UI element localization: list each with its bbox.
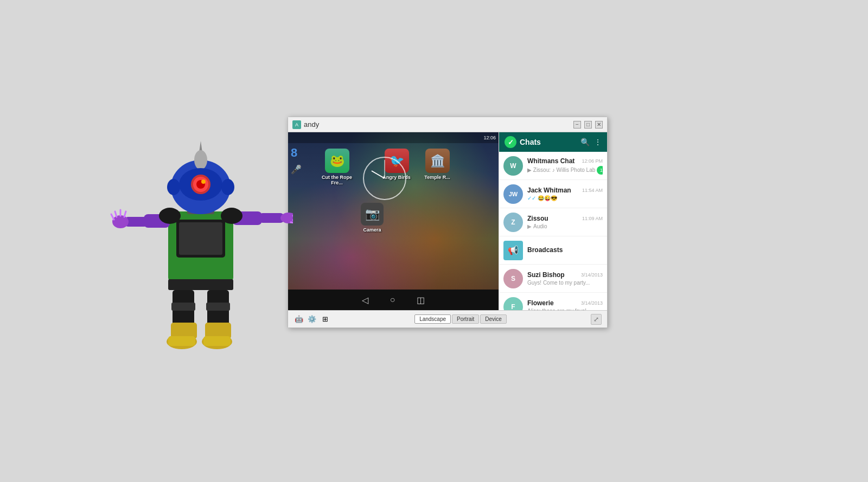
svg-point-17: [112, 215, 129, 228]
clock-widget: [358, 151, 412, 205]
chat-top-suzi: Suzi Bishop 3/14/2013: [527, 271, 603, 279]
svg-rect-37: [203, 336, 231, 346]
app-label-temple-run: Temple R...: [424, 175, 450, 180]
svg-rect-38: [206, 303, 230, 311]
maximize-button[interactable]: □: [584, 121, 592, 128]
app-icon-camera[interactable]: 📷 Camera: [356, 203, 388, 233]
chat-item-broadcasts[interactable]: 📢 Broadcasts: [499, 236, 607, 265]
android-icon-bottom[interactable]: 🤖: [293, 314, 304, 325]
avatar-broadcasts: 📢: [503, 241, 523, 260]
whatsapp-header-icons: 🔍 ⋮: [580, 138, 602, 146]
whatsapp-panel: ✓ Chats 🔍 ⋮ W Whitmans Chat: [499, 132, 607, 310]
chat-item-zissou[interactable]: Z Zissou 11:09 AM ▶ Audio: [499, 208, 607, 236]
chat-top-zissou: Zissou 11:09 AM: [527, 215, 603, 222]
android-screen-inner: 12:06 8 🎤 🐸 Cut the Rope Fr: [288, 132, 499, 310]
chat-top-flowerie: Flowerie 3/14/2013: [527, 299, 603, 307]
clock-face: [363, 157, 406, 200]
svg-line-18: [111, 214, 114, 220]
app-label-camera: Camera: [363, 227, 381, 233]
app-label-cut-rope: Cut the Rope Fre...: [321, 175, 353, 185]
chat-preview-zissou: ▶ Audio: [527, 223, 603, 229]
chat-item-suzi[interactable]: S Suzi Bishop 3/14/2013 Guys! Come to my…: [499, 265, 607, 293]
badge-whitmans: 1: [597, 166, 603, 175]
chat-top-broadcasts: Broadcasts: [527, 246, 603, 254]
chat-content-zissou: Zissou 11:09 AM ▶ Audio: [527, 215, 603, 229]
android-status-bar: 12:06: [288, 132, 499, 143]
svg-line-21: [124, 211, 126, 217]
clock-minute-hand: [385, 160, 385, 178]
chat-time-zissou: 11:09 AM: [582, 216, 603, 221]
svg-line-19: [115, 211, 117, 217]
home-button[interactable]: ○: [390, 295, 395, 305]
android-nav-bar: ◁ ○ ◫: [288, 290, 499, 310]
grid-icon-bottom[interactable]: ⊞: [320, 314, 330, 325]
back-button[interactable]: ◁: [362, 295, 368, 305]
landscape-button[interactable]: Landscape: [414, 314, 451, 324]
title-bar: A andy − □ ✕: [288, 117, 607, 132]
avatar-whitmans: W: [503, 156, 523, 176]
svg-rect-33: [171, 303, 195, 311]
chat-name-flowerie: Flowerie: [527, 299, 554, 307]
search-icon[interactable]: 🔍: [580, 138, 590, 146]
svg-rect-32: [168, 336, 195, 346]
svg-rect-3: [168, 279, 233, 290]
chat-item-jack[interactable]: JW Jack Whitman 11:54 AM ✓✓ 😂😜😎: [499, 180, 607, 208]
emulator-bottom: 🤖 ⚙️ ⊞ Landscape Portrait Device ⤢: [288, 310, 607, 327]
chat-top-jack: Jack Whitman 11:54 AM: [527, 187, 603, 194]
chat-name-zissou: Zissou: [527, 215, 548, 222]
app-icon-cut-rope[interactable]: 🐸 Cut the Rope Fre...: [321, 149, 353, 185]
avatar-suzi: S: [503, 269, 523, 288]
chat-time-jack: 11:54 AM: [582, 188, 603, 193]
avatar-zissou: Z: [503, 213, 523, 232]
bottom-left-icons: 🤖 ⚙️ ⊞: [293, 314, 330, 325]
settings-icon-bottom[interactable]: ⚙️: [307, 314, 317, 325]
chat-content-broadcasts: Broadcasts: [527, 246, 603, 255]
android-desktop: 🐸 Cut the Rope Fre... 🐦 Angry Birds: [288, 143, 499, 288]
chat-item-flowerie[interactable]: F Flowerie 3/14/2013 Alice: those are my…: [499, 293, 607, 310]
whatsapp-title: Chats: [520, 138, 577, 146]
svg-point-14: [221, 179, 234, 195]
emulator-window: A andy − □ ✕ 12:06 8 🎤: [288, 117, 608, 328]
minimize-button[interactable]: −: [573, 121, 581, 128]
robot-figure: [108, 98, 293, 358]
device-button[interactable]: Device: [480, 314, 507, 324]
svg-rect-2: [179, 222, 222, 255]
chat-content-suzi: Suzi Bishop 3/14/2013 Guys! Come to my p…: [527, 271, 603, 286]
title-bar-controls: − □ ✕: [573, 121, 603, 128]
expand-button[interactable]: ⤢: [591, 314, 602, 325]
close-button[interactable]: ✕: [595, 121, 603, 128]
svg-point-40: [221, 208, 242, 224]
chat-content-whitmans: Whitmans Chat 12:06 PM ▶ Zissou: ♪ Willi…: [527, 157, 603, 175]
avatar-flowerie: F: [503, 297, 523, 311]
svg-point-39: [159, 208, 181, 224]
svg-point-13: [167, 179, 180, 195]
svg-rect-23: [259, 213, 284, 223]
chat-name-jack: Jack Whitman: [527, 187, 571, 194]
android-screen[interactable]: 12:06 8 🎤 🐸 Cut the Rope Fr: [288, 132, 499, 310]
title-bar-left: A andy: [292, 120, 319, 129]
app-icon-small: A: [292, 120, 301, 129]
whatsapp-header: ✓ Chats 🔍 ⋮: [499, 132, 607, 152]
chat-list: W Whitmans Chat 12:06 PM ▶ Zissou: ♪ Wil…: [499, 152, 607, 310]
chat-top-whitmans: Whitmans Chat 12:06 PM: [527, 157, 603, 165]
svg-line-28: [291, 222, 293, 223]
menu-icon[interactable]: ⋮: [594, 138, 602, 146]
chat-name-suzi: Suzi Bishop: [527, 271, 565, 279]
clock-hour-hand: [371, 170, 385, 179]
recents-button[interactable]: ◫: [417, 295, 425, 305]
window-title: andy: [304, 120, 319, 128]
chat-content-flowerie: Flowerie 3/14/2013 Alice: those are my f…: [527, 299, 603, 310]
avatar-jack: JW: [503, 184, 523, 204]
app-icon-temple-run[interactable]: 🏛️ Temple R...: [421, 149, 454, 185]
chat-item-whitmans[interactable]: W Whitmans Chat 12:06 PM ▶ Zissou: ♪ Wil…: [499, 152, 607, 180]
chat-time-flowerie: 3/14/2013: [581, 300, 603, 306]
view-buttons: Landscape Portrait Device: [414, 314, 507, 324]
chat-name-whitmans: Whitmans Chat: [527, 157, 575, 165]
main-content: 12:06 8 🎤 🐸 Cut the Rope Fr: [288, 132, 607, 310]
chat-preview-jack: ✓✓ 😂😜😎: [527, 195, 603, 201]
portrait-button[interactable]: Portrait: [452, 314, 479, 324]
chat-preview-suzi: Guys! Come to my party...: [527, 280, 603, 286]
chat-name-broadcasts: Broadcasts: [527, 246, 563, 254]
status-time: 12:06: [483, 135, 496, 140]
chat-content-jack: Jack Whitman 11:54 AM ✓✓ 😂😜😎: [527, 187, 603, 201]
